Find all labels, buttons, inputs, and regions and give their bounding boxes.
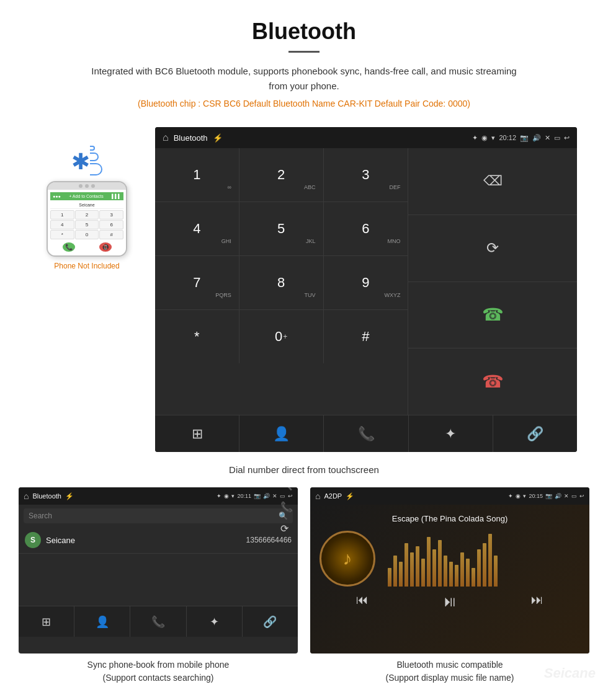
eq-bar [466,559,470,587]
home-icon[interactable]: ⌂ [163,132,169,143]
dial-key-0[interactable]: 0+ [239,310,324,363]
bt-indicator: ✦ [472,134,478,142]
phone-top-bar [48,182,126,190]
phone-dot [85,184,89,188]
music-back[interactable]: ↩ [579,493,584,499]
music-body: Escape (The Pina Colada Song) ♪ [310,505,589,653]
dial-key-1[interactable]: 1∞ [155,148,239,202]
dial-row-3: 7PQRS 8TUV 9WXYZ [155,256,408,310]
page-description: Integrated with BC6 Bluetooth module, su… [87,64,521,94]
pb-close[interactable]: ✕ [272,493,277,499]
phone-call-button: 📞 [63,242,75,252]
music-bt: ✦ [508,493,513,499]
music-caption-text: Bluetooth music compatible(Support displ… [386,660,514,683]
eq-bar [455,565,458,587]
music-home-icon[interactable]: ⌂ [315,491,320,501]
music-artwork-area: ♪ [320,531,580,587]
dial-refresh[interactable]: ⟳ [408,215,577,282]
pb-search-bar[interactable]: Search 🔍 [24,508,293,523]
music-playpause-button[interactable]: ⏯ [442,593,457,610]
phone-not-included-label: Phone Not Included [54,262,119,270]
eq-bar [477,549,481,587]
pb-spacer [19,554,298,603]
pb-time: 20:11 [237,493,251,499]
pb-btn-phone[interactable]: 📞 [130,606,186,637]
pb-btn-grid[interactable]: ⊞ [19,606,74,637]
eq-bar [494,556,498,587]
music-controls: ⏮ ⏯ ⏭ [320,587,580,613]
camera-icon: 📷 [520,134,529,142]
pb-pin: ◉ [224,493,229,499]
music-prev-button[interactable]: ⏮ [356,593,369,610]
close-icon[interactable]: ✕ [545,134,550,142]
car-btn-grid[interactable]: ⊞ [155,415,239,452]
wave-large [90,163,102,175]
pb-btn-bt[interactable]: ✦ [187,606,243,637]
phone-bottom-row: 📞 📵 [50,241,123,253]
pb-btn-contacts[interactable]: 👤 [74,606,130,637]
dial-row-4: * 0+ # [155,310,408,363]
bottom-screenshots: ⌂ Bluetooth ⚡ ✦ ◉ ▾ 20:11 📷 🔊 ✕ ▭ ↩ [0,487,608,700]
pb-cam: 📷 [254,493,261,499]
back-icon[interactable]: ↩ [564,134,570,142]
pb-contact-avatar: S [25,532,41,548]
pb-btn-link[interactable]: 🔗 [243,606,298,637]
bluetooth-title: Bluetooth [174,133,208,143]
pb-bottom-bar: ⊞ 👤 📞 ✦ 🔗 [19,606,298,637]
music-next-button[interactable]: ⏭ [531,593,543,610]
time-display: 20:12 [499,134,516,141]
bluetooth-signal: ✱ [71,146,102,178]
dial-key-4[interactable]: 4GHI [155,202,239,255]
dial-key-star[interactable]: * [155,310,239,363]
dial-backspace[interactable]: ⌫ [408,148,577,215]
phone-dot [91,184,95,188]
dial-key-9[interactable]: 9WXYZ [324,256,408,309]
pb-title: Bluetooth [32,492,61,500]
pb-search-side-icon[interactable]: 🔍 [280,487,293,491]
pb-wifi: ▾ [231,493,235,499]
dial-key-hash[interactable]: # [324,310,408,363]
phone-key-3: 3 [99,210,123,219]
pb-home-icon[interactable]: ⌂ [24,491,29,501]
eq-bar [399,562,403,587]
pb-call-side-icon[interactable]: 📞 [280,501,293,513]
phone-dial-grid: 1 2 3 4 5 6 * 0 # [50,210,123,239]
eq-bar [444,556,447,587]
music-screen: ⌂ A2DP ⚡ ✦ ◉ ▾ 20:15 📷 🔊 ✕ ▭ ↩ E [310,487,589,653]
phone-contact-name: Seicane [50,202,123,209]
music-time: 20:15 [529,493,543,499]
phone-key-7: * [50,230,74,239]
phonebook-caption-text: Sync phone-book from mobile phone(Suppor… [87,660,230,683]
pb-bt: ✦ [217,493,221,499]
dial-key-3[interactable]: 3DEF [324,148,408,202]
phone-key-4: 4 [50,220,74,229]
window-icon: ▭ [554,134,560,142]
phonebook-screen: ⌂ Bluetooth ⚡ ✦ ◉ ▾ 20:11 📷 🔊 ✕ ▭ ↩ [19,487,298,653]
dial-end-call-button[interactable]: ☎ [408,348,577,415]
phone-screen-top: ●●● + Add to Contacts ▌▌▌ [50,192,123,200]
status-left: ⌂ Bluetooth ⚡ [163,132,223,143]
dial-key-8[interactable]: 8TUV [239,256,324,309]
car-btn-contacts[interactable]: 👤 [239,415,324,452]
music-equalizer [388,531,580,587]
phone-side: ✱ ●●● + Add to Contacts ▌▌▌ Seicane [31,127,143,270]
pb-sync-icon[interactable]: ⟳ [280,523,293,534]
car-btn-link[interactable]: 🔗 [493,415,577,452]
phone-add-contacts: + Add to Contacts [69,194,103,198]
car-btn-phone[interactable]: 📞 [324,415,408,452]
car-btn-bluetooth[interactable]: ✦ [409,415,493,452]
volume-icon: 🔊 [532,134,541,142]
wave-medium [90,153,99,161]
music-status-right: ✦ ◉ ▾ 20:15 📷 🔊 ✕ ▭ ↩ [508,493,584,499]
music-close[interactable]: ✕ [564,493,569,499]
music-vol: 🔊 [555,493,561,499]
wave-small [90,146,95,151]
dial-key-5[interactable]: 5JKL [239,202,324,255]
eq-bar [438,540,442,587]
dial-key-2[interactable]: 2ABC [239,148,324,202]
dial-key-7[interactable]: 7PQRS [155,256,239,309]
dial-call-button[interactable]: ☎ [408,282,577,349]
dial-key-6[interactable]: 6MNO [324,202,408,255]
phone-key-8: 0 [75,230,99,239]
phone-dot [79,184,83,188]
